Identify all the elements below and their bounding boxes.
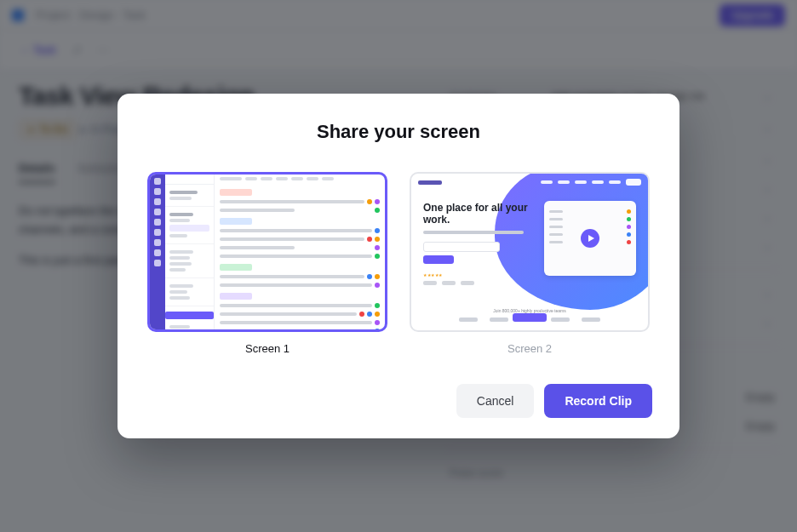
cancel-button[interactable]: Cancel [456, 384, 535, 418]
screen-options: Screen 1 One place for all your work. [145, 172, 652, 355]
modal-wrapper: Share your screen [0, 0, 797, 532]
screen-1-thumbnail [147, 172, 387, 332]
share-screen-modal: Share your screen [118, 94, 679, 438]
play-icon [581, 229, 599, 248]
screen-option-1[interactable]: Screen 1 [147, 172, 387, 355]
screen-2-headline: One place for all your work. [423, 203, 538, 226]
record-clip-button[interactable]: Record Clip [544, 384, 652, 418]
modal-title: Share your screen [145, 121, 652, 143]
screen-2-thumbnail: One place for all your work. ★★★★★ [410, 172, 650, 332]
screen-1-label: Screen 1 [147, 342, 387, 355]
stars-icon: ★★★★★ [423, 272, 443, 277]
screen-2-label: Screen 2 [410, 342, 650, 355]
screen-option-2[interactable]: One place for all your work. ★★★★★ [410, 172, 650, 355]
modal-actions: Cancel Record Clip [145, 384, 652, 418]
